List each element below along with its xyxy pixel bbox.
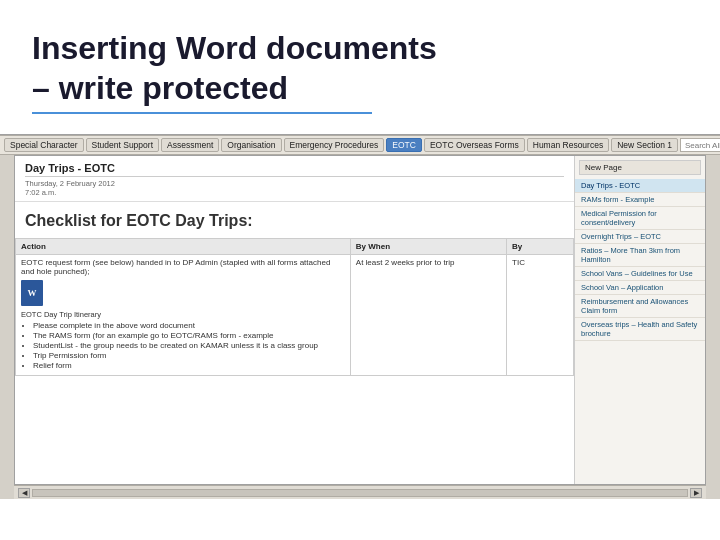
browser-content-wrapper: Day Trips - EOTC Thursday, 2 February 20… [14,155,706,485]
page-title: Inserting Word documents – write protect… [32,28,688,108]
sidebar-list: Day Trips - EOTC RAMs form - Example Med… [575,179,705,341]
nav-item-assessment[interactable]: Assessment [161,138,219,152]
table-row: EOTC request form (see below) handed in … [16,255,574,376]
col-header-by: By [507,239,574,255]
col-header-by-when: By When [350,239,506,255]
doc-page-title: Day Trips - EOTC [25,162,564,177]
by-when-cell: At least 2 weeks prior to trip [350,255,506,376]
bullet-item-1: Please complete in the above word docume… [33,321,345,330]
sidebar-item-reimbursement[interactable]: Reimbursement and Allowances Claim form [575,295,705,318]
nav-bar: Special Character Student Support Assess… [0,135,720,155]
sidebar-item-school-van-app[interactable]: School Van – Application [575,281,705,295]
action-cell: EOTC request form (see below) handed in … [16,255,351,376]
sidebar-item-overnight[interactable]: Overnight Trips – EOTC [575,230,705,244]
new-page-button[interactable]: New Page [579,160,701,175]
page-meta: Thursday, 2 February 2012 7:02 a.m. [25,179,564,197]
bullet-list: Please complete in the above word docume… [21,321,345,370]
nav-item-eotc-overseas[interactable]: EOTC Overseas Forms [424,138,525,152]
action-text: EOTC request form (see below) handed in … [21,258,330,276]
sidebar-item-medical[interactable]: Medical Permission for consent/delivery [575,207,705,230]
page-title-bar: Day Trips - EOTC Thursday, 2 February 20… [15,156,574,202]
scroll-left-btn[interactable]: ◀ [18,488,30,498]
nav-item-special-character[interactable]: Special Character [4,138,84,152]
page-time: 7:02 a.m. [25,188,56,197]
sidebar-item-ratios[interactable]: Ratios – More Than 3km from Hamilton [575,244,705,267]
sidebar-item-school-vans[interactable]: School Vans – Guidelines for Use [575,267,705,281]
bullet-item-5: Relief form [33,361,345,370]
nav-item-eotc[interactable]: EOTC [386,138,422,152]
bullet-item-4: Trip Permission form [33,351,345,360]
title-underline [32,112,372,114]
scroll-right-btn[interactable]: ▶ [690,488,702,498]
page-date: Thursday, 2 February 2012 [25,179,115,188]
browser-chrome: Special Character Student Support Assess… [0,134,720,499]
sidebar-item-rams[interactable]: RAMs form - Example [575,193,705,207]
word-doc-icon: W [21,280,43,306]
title-area: Inserting Word documents – write protect… [0,0,720,134]
checklist-heading: Checklist for EOTC Day Trips: [15,202,574,238]
scroll-track[interactable] [32,489,688,497]
bottom-scrollbar: ◀ ▶ [14,485,706,499]
nav-item-emergency-procedures[interactable]: Emergency Procedures [284,138,385,152]
nav-item-new-section[interactable]: New Section 1 [611,138,678,152]
sidebar-item-day-trips[interactable]: Day Trips - EOTC [575,179,705,193]
nav-item-organisation[interactable]: Organisation [221,138,281,152]
word-doc-name: EOTC Day Trip Itinerary [21,310,101,319]
by-cell: TIC [507,255,574,376]
bullet-item-3: StudentList - the group needs to be crea… [33,341,345,350]
sidebar-panel: New Page Day Trips - EOTC RAMs form - Ex… [575,156,705,484]
content-table: Action By When By EOTC request form (see… [15,238,574,376]
main-panel: Day Trips - EOTC Thursday, 2 February 20… [15,156,575,484]
nav-item-human-resources[interactable]: Human Resources [527,138,609,152]
search-input[interactable] [680,138,720,152]
bullet-item-2: The RAMS form (for an example go to EOTC… [33,331,345,340]
col-header-action: Action [16,239,351,255]
sidebar-item-overseas[interactable]: Overseas trips – Health and Safety broch… [575,318,705,341]
nav-item-student-support[interactable]: Student Support [86,138,159,152]
